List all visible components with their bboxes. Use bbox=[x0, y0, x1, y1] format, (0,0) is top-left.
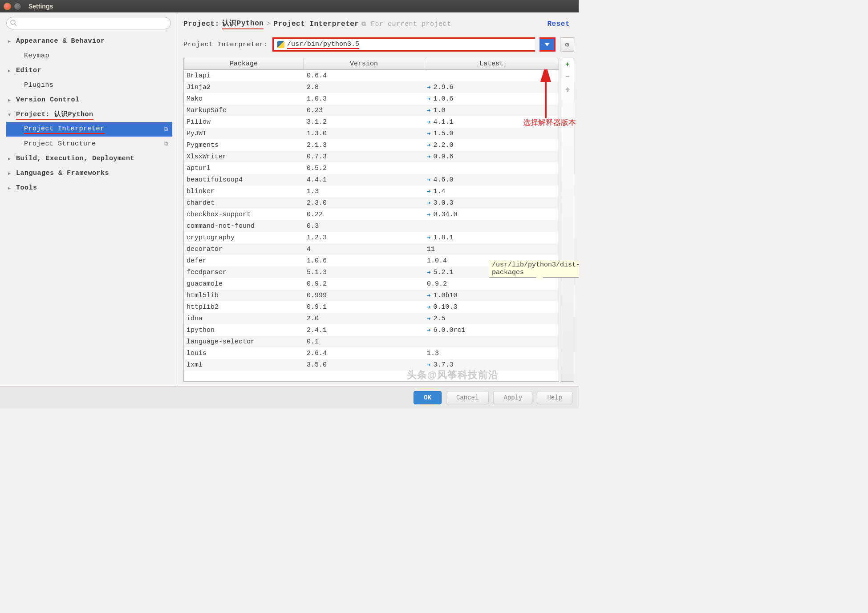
table-row[interactable]: louis2.6.41.3 bbox=[184, 347, 559, 359]
close-icon[interactable] bbox=[4, 3, 11, 10]
sidebar-item[interactable]: Keymap bbox=[6, 48, 172, 63]
search-input[interactable] bbox=[6, 17, 171, 29]
table-row[interactable]: cryptography1.2.3➜1.8.1 bbox=[184, 232, 559, 243]
cell-package: louis bbox=[184, 350, 304, 357]
header-latest[interactable]: Latest bbox=[424, 58, 559, 69]
cell-package: language-selector bbox=[184, 338, 304, 346]
ok-button[interactable]: OK bbox=[414, 391, 442, 404]
upgrade-arrow-icon: ➜ bbox=[427, 95, 430, 103]
table-row[interactable]: XlsxWriter0.7.3➜0.9.6 bbox=[184, 151, 559, 162]
chevron-right-icon bbox=[8, 68, 14, 73]
sidebar-item-label: Version Control bbox=[16, 96, 80, 104]
cell-latest: ➜0.34.0 bbox=[424, 211, 559, 218]
table-row[interactable]: PyJWT1.3.0➜1.5.0 bbox=[184, 128, 559, 139]
table-row[interactable]: beautifulsoup44.4.1➜4.6.0 bbox=[184, 174, 559, 186]
chevron-right-icon bbox=[8, 97, 14, 103]
sidebar-item[interactable]: Languages & Frameworks bbox=[6, 166, 172, 181]
upgrade-arrow-icon: ➜ bbox=[427, 188, 430, 195]
cell-latest: ➜2.9.6 bbox=[424, 84, 559, 91]
path-tooltip: /usr/lib/python3/dist-packages bbox=[489, 260, 579, 278]
reset-link[interactable]: Reset bbox=[547, 20, 570, 28]
table-row[interactable]: checkbox-support0.22➜0.34.0 bbox=[184, 209, 559, 220]
cell-version: 1.0.6 bbox=[304, 257, 424, 265]
header-version[interactable]: Version bbox=[304, 58, 424, 69]
table-row[interactable]: Pygments2.1.3➜2.2.0 bbox=[184, 139, 559, 151]
table-row[interactable]: lxml3.5.0➜3.7.3 bbox=[184, 359, 559, 371]
table-row[interactable]: Brlapi0.6.4 bbox=[184, 70, 559, 81]
table-row[interactable]: Pillow3.1.2➜4.1.1 bbox=[184, 116, 559, 128]
cell-version: 3.1.2 bbox=[304, 118, 424, 126]
remove-package-button[interactable]: − bbox=[563, 73, 572, 81]
sidebar-item[interactable]: Build, Execution, Deployment bbox=[6, 151, 172, 166]
upgrade-arrow-icon: ➜ bbox=[427, 199, 430, 207]
table-row[interactable]: decorator411 bbox=[184, 243, 559, 255]
interpreter-dropdown-button[interactable] bbox=[539, 37, 556, 52]
interpreter-select[interactable]: /usr/bin/python3.5 bbox=[272, 37, 535, 52]
cell-latest: ➜1.5.0 bbox=[424, 130, 559, 137]
upgrade-arrow-icon: ➜ bbox=[427, 234, 430, 242]
interpreter-settings-button[interactable]: ⚙ bbox=[560, 37, 574, 52]
cell-package: html5lib bbox=[184, 292, 304, 299]
sidebar-item[interactable]: Project: 认识Python bbox=[6, 107, 172, 122]
minimize-icon[interactable] bbox=[14, 3, 21, 10]
table-row[interactable]: ipython2.4.1➜6.0.0rc1 bbox=[184, 324, 559, 336]
chevron-right-icon bbox=[8, 39, 14, 44]
cell-latest: ➜6.0.0rc1 bbox=[424, 327, 559, 334]
upgrade-arrow-icon: ➜ bbox=[427, 107, 430, 114]
table-header: Package Version Latest bbox=[184, 58, 559, 70]
cell-latest: 1.3 bbox=[424, 350, 559, 357]
cell-package: guacamole bbox=[184, 280, 304, 288]
upgrade-arrow-icon: ➜ bbox=[427, 303, 430, 311]
cell-package: Jinja2 bbox=[184, 84, 304, 91]
table-row[interactable]: idna2.0➜2.5 bbox=[184, 313, 559, 324]
cell-latest: ➜1.0b10 bbox=[424, 292, 559, 299]
table-row[interactable]: command-not-found0.3 bbox=[184, 220, 559, 232]
apply-button[interactable]: Apply bbox=[493, 391, 532, 404]
cell-version: 0.22 bbox=[304, 211, 424, 218]
table-row[interactable]: blinker1.3➜1.4 bbox=[184, 186, 559, 197]
table-row[interactable]: MarkupSafe0.23➜1.0 bbox=[184, 105, 559, 116]
table-row[interactable]: guacamole0.9.20.9.2 bbox=[184, 278, 559, 290]
add-package-button[interactable]: + bbox=[563, 60, 572, 69]
table-row[interactable]: Mako1.0.3➜1.0.6 bbox=[184, 93, 559, 105]
chevron-right-icon bbox=[8, 156, 14, 161]
cell-version: 1.2.3 bbox=[304, 234, 424, 242]
cancel-button[interactable]: Cancel bbox=[446, 391, 489, 404]
cell-version: 0.9.2 bbox=[304, 280, 424, 288]
cell-version: 2.0 bbox=[304, 315, 424, 323]
cell-version: 4.4.1 bbox=[304, 176, 424, 184]
breadcrumb-project-label: Project: bbox=[183, 20, 219, 28]
cell-package: httplib2 bbox=[184, 303, 304, 311]
cell-version: 1.3 bbox=[304, 188, 424, 195]
upgrade-arrow-icon: ➜ bbox=[427, 327, 430, 334]
upgrade-arrow-icon: ➜ bbox=[427, 130, 430, 137]
sidebar-item[interactable]: Tools bbox=[6, 181, 172, 195]
cell-package: XlsxWriter bbox=[184, 153, 304, 161]
table-row[interactable]: httplib20.9.1➜0.10.3 bbox=[184, 301, 559, 313]
sidebar-item[interactable]: Editor bbox=[6, 63, 172, 78]
help-button[interactable]: Help bbox=[537, 391, 572, 404]
upgrade-package-button[interactable] bbox=[563, 85, 572, 94]
cell-latest: ➜1.0.6 bbox=[424, 95, 559, 103]
copy-icon: ⧉ bbox=[361, 20, 366, 28]
table-row[interactable]: language-selector0.1 bbox=[184, 336, 559, 347]
table-row[interactable]: apturl0.5.2 bbox=[184, 162, 559, 174]
interpreter-label: Project Interpreter: bbox=[183, 41, 268, 48]
table-row[interactable]: chardet2.3.0➜3.0.3 bbox=[184, 197, 559, 209]
cell-version: 0.999 bbox=[304, 292, 424, 299]
sidebar-item[interactable]: Plugins bbox=[6, 78, 172, 93]
breadcrumb-project-name: 认识Python bbox=[222, 19, 264, 29]
svg-marker-3 bbox=[565, 87, 570, 92]
sidebar-item-label: Editor bbox=[16, 67, 41, 74]
sidebar-item[interactable]: Project Interpreter⧉ bbox=[6, 122, 172, 137]
sidebar-item[interactable]: Appearance & Behavior bbox=[6, 34, 172, 48]
sidebar-item[interactable]: Version Control bbox=[6, 93, 172, 107]
sidebar-item[interactable]: Project Structure⧉ bbox=[6, 137, 172, 151]
table-row[interactable]: html5lib0.999➜1.0b10 bbox=[184, 290, 559, 301]
svg-point-0 bbox=[11, 20, 15, 24]
cell-latest: ➜1.0 bbox=[424, 107, 559, 114]
cell-latest: ➜0.10.3 bbox=[424, 303, 559, 311]
table-row[interactable]: Jinja22.8➜2.9.6 bbox=[184, 81, 559, 93]
header-package[interactable]: Package bbox=[184, 58, 304, 69]
cell-version: 0.9.1 bbox=[304, 303, 424, 311]
